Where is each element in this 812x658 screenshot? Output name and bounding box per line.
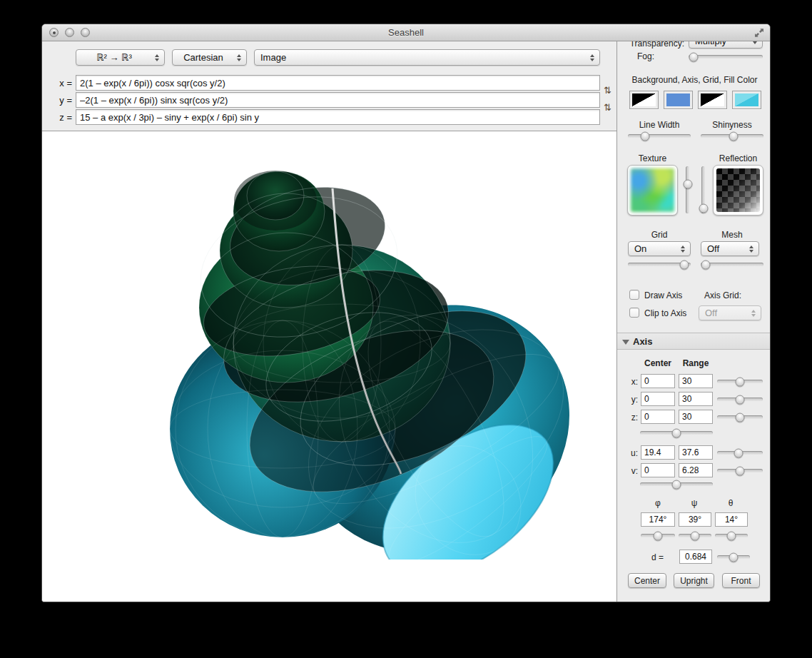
swap-xy-icon[interactable]: ⇅ <box>604 86 611 95</box>
u-range-slider[interactable] <box>717 451 763 455</box>
draw-axis-checkbox[interactable] <box>629 290 639 300</box>
fill-color-fill <box>735 93 758 106</box>
psi-field[interactable] <box>679 512 711 527</box>
texture-image <box>631 168 674 212</box>
screen: Seashell ℝ² → ℝ³ Cartesian Image <box>0 0 812 658</box>
z-range-field[interactable] <box>679 410 713 424</box>
swap-yz-icon[interactable]: ⇅ <box>604 103 611 112</box>
plot-canvas[interactable] <box>42 131 616 602</box>
z-range-slider[interactable] <box>717 415 763 419</box>
sidebar: Multiply Transparency: Fog: Background, … <box>616 41 771 602</box>
y-range-slider[interactable] <box>717 398 763 401</box>
display-select[interactable]: Image <box>254 49 600 66</box>
center-button[interactable]: Center <box>628 573 666 588</box>
fill-color-swatch[interactable] <box>732 91 761 109</box>
grid-color-swatch[interactable] <box>698 91 727 109</box>
x-center-field[interactable] <box>641 374 675 388</box>
title-bar: Seashell <box>42 24 770 41</box>
axis-grid-select[interactable]: Off <box>699 305 761 320</box>
psi-label: ψ <box>677 498 711 508</box>
domain-select[interactable]: ℝ² → ℝ³ <box>76 49 165 66</box>
domain-select-value: ℝ² → ℝ³ <box>76 52 152 63</box>
upright-button[interactable]: Upright <box>674 573 714 588</box>
axis-color-swatch[interactable] <box>664 91 693 109</box>
transparency-label: Transparency: <box>627 41 684 49</box>
d-label: d = <box>639 552 664 562</box>
d-field[interactable] <box>679 550 712 564</box>
theta-label: θ <box>714 498 748 508</box>
fullscreen-icon[interactable] <box>754 28 764 38</box>
x-axis-label: x: <box>629 377 638 387</box>
shinyness-label: Shinyness <box>701 120 763 130</box>
window: Seashell ℝ² → ℝ³ Cartesian Image <box>41 24 771 602</box>
coordinate-select-value: Cartesian <box>173 52 234 63</box>
grid-label: Grid <box>628 230 691 240</box>
v-range-slider[interactable] <box>717 469 763 472</box>
axis-grid-select-value: Off <box>699 308 748 318</box>
grid-color-fill <box>701 93 724 106</box>
reflection-thumbnail[interactable] <box>713 165 763 216</box>
texture-thumbnail[interactable] <box>627 165 678 216</box>
y-range-field[interactable] <box>679 392 713 406</box>
z-axis-label: z: <box>629 412 638 422</box>
chevron-up-down-icon <box>152 50 162 65</box>
clip-to-axis-label: Clip to Axis <box>644 308 686 318</box>
clip-to-axis-checkbox[interactable] <box>629 308 639 318</box>
transparency-select[interactable]: Multiply <box>689 41 763 49</box>
transparency-select-value: Multiply <box>689 41 750 46</box>
window-title: Seashell <box>42 27 770 38</box>
axis-color-fill <box>666 93 690 106</box>
u-axis-label: u: <box>629 448 638 458</box>
x-equation-input[interactable] <box>76 75 600 91</box>
reflection-mix-vslider[interactable] <box>701 166 705 213</box>
center-header: Center <box>641 358 675 368</box>
z-center-field[interactable] <box>641 410 675 424</box>
xyz-scale-slider[interactable] <box>640 431 713 435</box>
coordinate-select[interactable]: Cartesian <box>172 49 247 66</box>
x-range-field[interactable] <box>679 374 713 388</box>
disclosure-triangle-icon <box>622 340 629 345</box>
texture-label: Texture <box>627 153 678 163</box>
line-width-slider[interactable] <box>628 134 691 138</box>
v-min-field[interactable] <box>641 463 675 477</box>
reflection-image <box>716 168 760 212</box>
y-center-field[interactable] <box>641 392 675 406</box>
uv-scale-slider[interactable] <box>640 482 713 486</box>
v-max-field[interactable] <box>679 463 713 477</box>
theta-field[interactable] <box>715 512 748 527</box>
v-axis-label: v: <box>629 466 638 476</box>
phi-field[interactable] <box>641 512 675 527</box>
range-header: Range <box>679 358 713 368</box>
axis-section-title: Axis <box>633 336 652 347</box>
front-button[interactable]: Front <box>722 573 760 588</box>
y-equation-input[interactable] <box>76 92 600 108</box>
chevron-up-down-icon <box>746 242 756 255</box>
texture-mix-vslider[interactable] <box>686 166 689 213</box>
phi-label: φ <box>641 498 675 508</box>
psi-slider[interactable] <box>679 534 711 537</box>
chevron-up-down-icon <box>587 50 597 65</box>
fog-slider[interactable] <box>689 55 763 59</box>
theta-slider[interactable] <box>715 534 748 537</box>
reflection-label: Reflection <box>713 153 763 163</box>
chevron-up-down-icon <box>750 41 760 48</box>
mesh-select[interactable]: Off <box>701 241 759 256</box>
y-equation-label: y = <box>46 95 72 106</box>
axis-section-header[interactable]: Axis <box>617 333 771 350</box>
x-range-slider[interactable] <box>717 380 763 383</box>
background-color-fill <box>632 93 656 106</box>
d-slider[interactable] <box>717 555 750 559</box>
grid-select-value: On <box>629 243 678 254</box>
grid-select[interactable]: On <box>628 241 691 256</box>
z-equation-input[interactable] <box>76 109 600 125</box>
background-color-swatch[interactable] <box>629 91 659 109</box>
u-min-field[interactable] <box>641 445 675 460</box>
y-axis-label: y: <box>629 395 638 405</box>
mesh-density-slider[interactable] <box>701 263 763 266</box>
z-equation-label: z = <box>46 112 72 123</box>
phi-slider[interactable] <box>641 534 675 537</box>
u-max-field[interactable] <box>679 445 713 460</box>
shinyness-slider[interactable] <box>701 134 763 138</box>
grid-density-slider[interactable] <box>628 263 691 266</box>
axis-grid-label: Axis Grid: <box>704 290 741 300</box>
